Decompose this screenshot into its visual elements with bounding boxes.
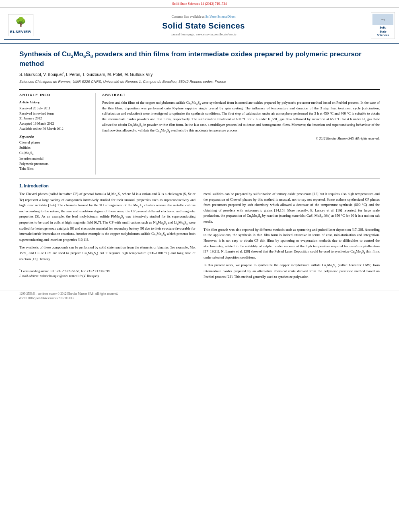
footnote-area: * Corresponding author. Tel.: +33 2 23 2… [19, 266, 195, 278]
homepage-line: journal homepage: www.elsevier.com/locat… [40, 32, 367, 37]
journal-header: 🌳 ELSEVIER Contents lists available at S… [0, 8, 399, 44]
article-history: Article history: Received 26 July 2011 R… [19, 100, 91, 131]
body-right-col: metal sulfides can be prepared by sulfur… [204, 191, 380, 282]
intro-para-right2: Thin film growth was also reported by di… [204, 227, 380, 261]
elsevier-logo-area: 🌳 ELSEVIER [4, 11, 40, 40]
copyright-line: © 2012 Elsevier Masson SAS. All rights r… [102, 136, 380, 141]
body-columns: The Chevrel phases (called hereafter CP)… [19, 191, 380, 282]
revised-label: Received in revised form [19, 111, 91, 116]
received-date: Received 26 July 2011 [19, 106, 91, 111]
sciverse-line: Contents lists available at SciVerse Sci… [40, 14, 367, 19]
history-heading: Article history: [19, 100, 91, 105]
main-content: Synthesis of Cu2Mo6S8 powders and thin f… [0, 44, 399, 290]
intro-heading: 1. Introduction [19, 183, 380, 189]
doi-line: doi:10.1016/j.solidstatesciences.2012.03… [19, 296, 74, 300]
intro-title: Introduction [24, 183, 49, 188]
keyword-5: Polymeric precursors [19, 161, 91, 166]
footnote-corresponding: * Corresponding author. Tel.: +33 2 23 2… [19, 268, 195, 273]
intro-number: 1. [19, 183, 24, 188]
article-title: Synthesis of Cu2Mo6S8 powders and thin f… [19, 50, 380, 68]
keywords-block: Keywords: Chevrel phases Sulfides Cu2Mo6… [19, 135, 91, 172]
journal-center-info: Contents lists available at SciVerse Sci… [40, 14, 367, 36]
intro-para-right1: metal sulfides can be prepared by sulfur… [204, 191, 380, 225]
abstract-text: Powders and thin films of the copper mol… [102, 100, 380, 134]
article-info-col: ARTICLE INFO Article history: Received 2… [19, 93, 96, 175]
authors-line: S. Boursicot, V. Bouquet*, I. Péron, T. … [19, 72, 380, 78]
affiliation-line: Sciences Chimiques de Rennes, UMR 6226 C… [19, 79, 380, 84]
article-info-heading: ARTICLE INFO [19, 93, 91, 98]
footnote-email: E-mail address: valerie.bouquet@univ-ren… [19, 274, 195, 279]
intro-para-right3: In this present work, we propose to synt… [204, 263, 380, 279]
elsevier-wordmark: ELSEVIER [10, 29, 31, 35]
sciverse-link[interactable]: SciVerse ScienceDirect [206, 15, 236, 18]
journal-title: Solid State Sciences [40, 20, 367, 31]
accepted-date: Accepted 18 March 2012 [19, 121, 91, 126]
issn-line: 1293-2558/$ – see front matter © 2012 El… [19, 292, 118, 296]
keyword-6: Thin films [19, 166, 91, 171]
available-date: Available online 30 March 2012 [19, 126, 91, 131]
keywords-heading: Keywords: [19, 135, 91, 140]
keyword-2: Sulfides [19, 145, 91, 150]
intro-para1: The Chevrel phases (called hereafter CP)… [19, 191, 195, 243]
keyword-4: Insertion material [19, 156, 91, 161]
keyword-1: Chevrel phases [19, 140, 91, 145]
abstract-heading: ABSTRACT [102, 93, 380, 98]
bottom-bar: 1293-2558/$ – see front matter © 2012 El… [0, 290, 399, 302]
keyword-3: Cu2Mo6S8 [19, 150, 91, 156]
elsevier-tree-icon: 🌳 [10, 16, 31, 29]
elsevier-box: 🌳 ELSEVIER [8, 14, 33, 36]
sss-logo-area: img SolidStateSciences [367, 12, 395, 39]
sss-logo-image: img [372, 14, 393, 25]
abstract-col: ABSTRACT Powders and thin films of the c… [102, 93, 380, 175]
sss-logo: img SolidStateSciences [371, 12, 395, 39]
intro-para2: The synthesis of these compounds can be … [19, 245, 195, 262]
journal-reference: Solid State Sciences 14 (2012) 719–724 [172, 2, 227, 6]
sss-logo-text: SolidStateSciences [372, 26, 393, 37]
body-left-col: The Chevrel phases (called hereafter CP)… [19, 191, 195, 282]
revised-date: 31 January 2012 [19, 116, 91, 121]
article-info-abstract: ARTICLE INFO Article history: Received 2… [19, 89, 380, 175]
section-divider [19, 179, 380, 179]
top-journal-bar: Solid State Sciences 14 (2012) 719–724 [0, 0, 399, 8]
